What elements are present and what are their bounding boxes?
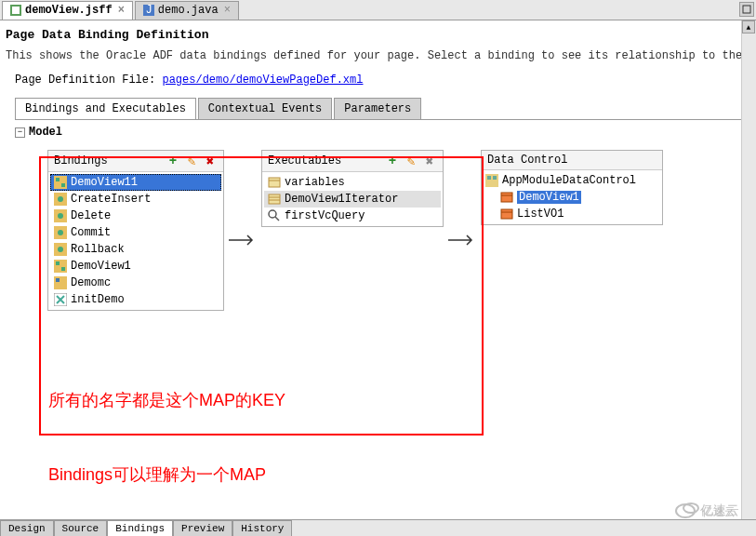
variables-icon <box>268 176 281 189</box>
tree-item[interactable]: DemoView1 <box>498 189 660 206</box>
tree-binding-icon <box>54 176 67 189</box>
jsff-icon <box>10 5 21 16</box>
svg-rect-20 <box>56 278 60 282</box>
bindings-list: DemoView11 CreateInsert Delete Commit <box>48 172 223 310</box>
tab-parameters[interactable]: Parameters <box>334 98 421 119</box>
tab-bindings[interactable]: Bindings <box>107 520 173 536</box>
tab-contextual-events[interactable]: Contextual Events <box>198 98 332 119</box>
svg-rect-7 <box>61 183 65 187</box>
arrow-icon <box>444 231 481 249</box>
tab-source[interactable]: Source <box>54 520 108 536</box>
svg-rect-32 <box>501 193 512 202</box>
java-icon: J <box>143 5 154 16</box>
tree-binding-icon <box>54 276 67 289</box>
svg-rect-24 <box>269 194 280 204</box>
svg-rect-22 <box>269 178 280 187</box>
tab-demoview[interactable]: demoView.jsff × <box>2 1 133 20</box>
action-binding-icon <box>54 226 67 239</box>
bindings-title: Bindings <box>54 154 108 168</box>
tab-bindings-executables[interactable]: Bindings and Executables <box>15 98 196 119</box>
model-header: − Model <box>15 126 750 139</box>
svg-rect-17 <box>56 261 60 265</box>
view-icon <box>500 191 513 204</box>
annotation-text: 所有的名字都是这个MAP的KEY <box>48 389 285 411</box>
model-label: Model <box>29 126 62 139</box>
tree-binding-icon <box>54 260 67 273</box>
collapse-icon[interactable]: − <box>15 127 25 138</box>
svg-text:J: J <box>145 5 152 16</box>
list-item[interactable]: Delete <box>50 208 221 224</box>
tab-design[interactable]: Design <box>0 520 54 536</box>
executables-list: variables DemoView1Iterator firstVcQuery <box>262 172 443 226</box>
annotation-text: Bindings可以理解为一个MAP <box>48 463 266 486</box>
close-icon[interactable]: × <box>118 4 125 17</box>
search-icon <box>268 209 281 222</box>
file-label: Page Definition File: <box>15 74 155 87</box>
list-item[interactable]: firstVcQuery <box>264 208 441 224</box>
list-item[interactable]: initDemo <box>50 291 221 308</box>
editor-tabs: demoView.jsff × J demo.java × <box>0 0 756 20</box>
svg-point-11 <box>58 213 63 219</box>
file-row: Page Definition File: pages/demo/demoVie… <box>15 74 750 87</box>
list-item[interactable]: DemoView1Iterator <box>264 191 441 208</box>
svg-point-9 <box>58 196 63 202</box>
action-binding-icon <box>54 243 67 256</box>
list-item[interactable]: CreateInsert <box>50 191 221 208</box>
bottom-tabs: Design Source Bindings Preview History <box>0 519 756 536</box>
svg-rect-34 <box>501 209 512 219</box>
list-item[interactable]: variables <box>264 174 441 191</box>
delete-icon[interactable]: ✖ <box>422 154 437 168</box>
logo: 亿速云 亿速云 <box>674 497 749 529</box>
edit-icon[interactable]: ✎ <box>184 154 199 168</box>
list-item[interactable]: DemoView11 <box>50 174 221 191</box>
tree-item[interactable]: ListVO1 <box>498 206 660 222</box>
page-title: Page Data Binding Definition <box>6 28 750 42</box>
arrow-icon <box>224 231 261 249</box>
svg-rect-4 <box>743 6 750 13</box>
bindings-panel: Bindings + ✎ ✖ DemoView11 CreateInsert <box>47 150 224 311</box>
vertical-scrollbar[interactable]: ▲ <box>741 20 756 519</box>
executables-title: Executables <box>268 154 341 168</box>
list-item[interactable]: Demomc <box>50 275 221 291</box>
datacontrol-title: Data Control <box>487 154 567 167</box>
maximize-icon[interactable] <box>739 2 754 17</box>
executables-panel: Executables + ✎ ✖ variables DemoView1Ite… <box>261 150 444 227</box>
svg-point-27 <box>269 210 276 218</box>
datacontrol-tree: AppModuleDataControl DemoView1 ListVO1 <box>482 170 662 224</box>
svg-rect-31 <box>493 176 497 180</box>
action-binding-icon <box>54 209 67 222</box>
iterator-icon <box>268 193 281 206</box>
datacontrol-panel: Data Control AppModuleDataControl DemoVi… <box>481 150 663 225</box>
list-item[interactable]: Commit <box>50 224 221 241</box>
view-icon <box>500 208 513 221</box>
page-description: This shows the Oracle ADF data bindings … <box>6 49 750 62</box>
close-icon[interactable]: × <box>224 4 231 17</box>
tab-demojava[interactable]: J demo.java × <box>135 1 239 20</box>
svg-rect-6 <box>56 178 60 181</box>
svg-rect-1 <box>12 7 20 14</box>
svg-rect-18 <box>61 267 65 271</box>
add-icon[interactable]: + <box>385 154 400 168</box>
tab-label: demo.java <box>158 4 219 17</box>
method-binding-icon <box>54 293 67 306</box>
list-item[interactable]: DemoView1 <box>50 258 221 275</box>
tab-label: demoView.jsff <box>25 4 113 17</box>
tab-preview[interactable]: Preview <box>173 520 232 536</box>
scroll-up-icon[interactable]: ▲ <box>742 20 755 34</box>
datacontrol-icon <box>485 174 498 187</box>
svg-rect-30 <box>487 176 491 180</box>
svg-line-28 <box>275 217 279 221</box>
svg-point-15 <box>58 247 63 252</box>
file-link[interactable]: pages/demo/demoViewPageDef.xml <box>162 74 363 87</box>
tab-history[interactable]: History <box>232 520 292 536</box>
tree-root[interactable]: AppModuleDataControl <box>484 172 660 189</box>
edit-icon[interactable]: ✎ <box>404 154 418 168</box>
delete-icon[interactable]: ✖ <box>203 154 218 168</box>
add-icon[interactable]: + <box>166 154 180 168</box>
action-binding-icon <box>54 193 67 206</box>
list-item[interactable]: Rollback <box>50 241 221 258</box>
inner-tabs: Bindings and Executables Contextual Even… <box>15 98 750 120</box>
svg-point-13 <box>58 230 63 235</box>
